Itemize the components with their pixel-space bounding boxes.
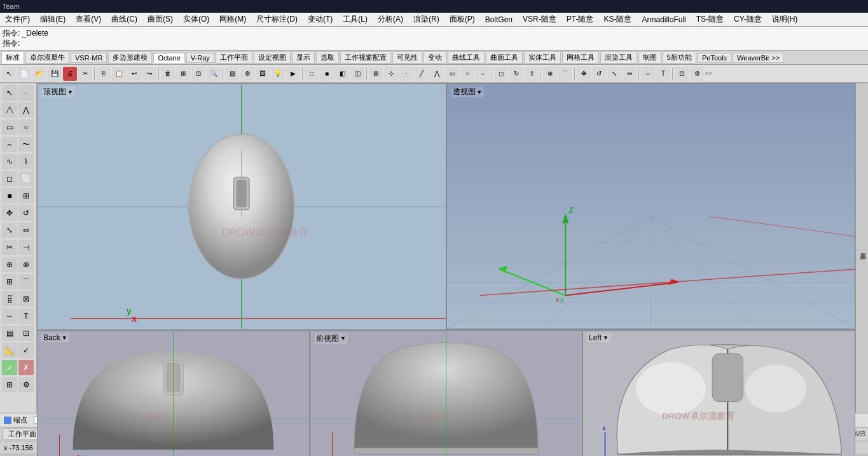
tab-display[interactable]: 显示	[292, 52, 315, 64]
tb-icon-revolve[interactable]: ↻	[509, 67, 523, 81]
tb-icon-new[interactable]: 📄	[17, 67, 31, 81]
viewport-back-label[interactable]: Back ▼	[41, 333, 69, 342]
tb-icon-point[interactable]: ·	[399, 67, 413, 81]
tb-icon-paste[interactable]: 📋	[112, 67, 126, 81]
tab-render-tools[interactable]: 渲染工具	[600, 52, 637, 64]
lt-settings[interactable]: ⚙	[18, 377, 34, 392]
lt-extend[interactable]: ⊣	[18, 240, 34, 255]
rp-layer[interactable]: 图层	[855, 246, 857, 250]
tab-workplane[interactable]: 工作平面	[3, 428, 42, 440]
lt-solid[interactable]: ■	[2, 188, 17, 204]
toolbar-more[interactable]: >>	[705, 70, 712, 77]
tb-icon-properties[interactable]: ⚙	[240, 67, 254, 81]
lt-block[interactable]: ⊡	[18, 326, 34, 341]
viewport-top-label[interactable]: 顶视图 ▼	[41, 86, 75, 97]
tb-icon-arc[interactable]: ⌢	[476, 67, 490, 81]
tab-viewport-config[interactable]: 工作视窗配置	[340, 52, 391, 64]
tb-icon-redo[interactable]: ↪	[142, 67, 156, 81]
tab-new-features[interactable]: 5新功能	[663, 52, 696, 64]
tb-icon-grid[interactable]: ⊞	[369, 67, 383, 81]
tab-select[interactable]: 选取	[316, 52, 339, 64]
tb-icon-print[interactable]: 🖨	[63, 67, 77, 81]
tab-setview[interactable]: 设定视图	[254, 52, 291, 64]
lt-hatch[interactable]: ▤	[2, 326, 17, 341]
tb-icon-line[interactable]: ╱	[415, 67, 429, 81]
lt-circle[interactable]: ○	[18, 120, 34, 135]
tab-workplane[interactable]: 工作平面	[216, 52, 252, 64]
lt-spline[interactable]: ⌇	[18, 154, 34, 169]
tb-icon-render-view[interactable]: 🖼	[256, 67, 270, 81]
tb-icon-dim[interactable]: ↔	[641, 67, 655, 81]
menu-item-transform[interactable]: 变动(T)	[305, 13, 335, 25]
lt-ok[interactable]: ✓	[2, 360, 17, 375]
lt-select[interactable]: ↖	[2, 85, 17, 100]
lt-line[interactable]: ╱╲	[2, 102, 17, 118]
menu-item-armadillo[interactable]: ArmadilloFull	[639, 15, 688, 25]
lt-surface[interactable]: ◻	[2, 171, 17, 186]
tb-icon-zoom[interactable]: 🔍	[207, 67, 221, 81]
command-input[interactable]	[20, 39, 210, 48]
tb-icon-move[interactable]: ✥	[577, 67, 591, 81]
snap-endpoint[interactable]: 端点	[4, 415, 27, 425]
menu-item-solid[interactable]: 实体(O)	[181, 13, 212, 25]
lt-analyze[interactable]: 📐	[2, 343, 17, 358]
tab-solid-tools[interactable]: 实体工具	[524, 52, 561, 64]
menu-item-file[interactable]: 文件(F)	[3, 13, 32, 25]
tab-vsr-mr[interactable]: VSR-MR	[71, 53, 107, 63]
lt-cancel[interactable]: ✗	[18, 360, 34, 375]
tb-icon-wire[interactable]: □	[305, 67, 319, 81]
tb-icon-text[interactable]: T	[656, 67, 670, 81]
menu-item-curve[interactable]: 曲线(C)	[109, 13, 140, 25]
tab-visibility[interactable]: 可见性	[392, 52, 422, 64]
tb-icon-zoom-ext[interactable]: ⊡	[191, 67, 205, 81]
tab-polygon[interactable]: 多边形建模	[108, 52, 152, 64]
tb-icon-extrude[interactable]: ⇧	[525, 67, 539, 81]
menu-item-dimension[interactable]: 尺寸标注(D)	[254, 13, 300, 25]
menu-item-render[interactable]: 渲染(R)	[411, 13, 442, 25]
viewport-front-label[interactable]: 前视图 ▼	[314, 333, 348, 344]
lt-join[interactable]: ⊕	[2, 257, 17, 272]
menu-item-view[interactable]: 查看(V)	[73, 13, 104, 25]
tb-icon-save[interactable]: 💾	[48, 67, 62, 81]
tb-icon-arrow[interactable]: ↖	[2, 67, 16, 81]
viewport-back[interactable]: Back ▼	[37, 330, 310, 456]
lt-boolean[interactable]: ⊞	[2, 274, 17, 289]
tab-petools[interactable]: PeTools	[698, 53, 731, 63]
tb-icon-select-all[interactable]: ⊞	[176, 67, 190, 81]
tab-mesh-tools[interactable]: 网格工具	[562, 52, 599, 64]
menu-item-analysis[interactable]: 分析(A)	[375, 13, 406, 25]
menu-item-ts[interactable]: TS-随意	[694, 13, 726, 25]
lt-more[interactable]: ⊞	[2, 377, 17, 392]
tab-standard[interactable]: 标准	[1, 52, 24, 64]
lt-rect[interactable]: ▭	[2, 120, 17, 135]
menu-item-vsr[interactable]: VSR-随意	[520, 13, 559, 25]
viewport-perspective-label[interactable]: 透视图 ▼	[451, 86, 485, 97]
tb-icon-polyline[interactable]: ⋀	[430, 67, 444, 81]
menu-item-panel[interactable]: 面板(P)	[447, 13, 478, 25]
lt-move[interactable]: ✥	[2, 205, 17, 221]
lt-explode[interactable]: ⊗	[18, 257, 34, 272]
tb-icon-rotate[interactable]: ↺	[592, 67, 606, 81]
viewport-top[interactable]: 顶视图 ▼	[37, 83, 446, 330]
viewport-left[interactable]: Left ▼	[582, 330, 855, 456]
tab-zhuermore[interactable]: 卓尔漠犀牛	[25, 52, 69, 64]
tb-icon-layer[interactable]: ▤	[225, 67, 239, 81]
menu-item-tools[interactable]: 工具(L)	[340, 13, 370, 25]
menu-item-help[interactable]: 说明(H)	[769, 13, 801, 25]
lt-text[interactable]: T	[18, 308, 34, 324]
viewport-front[interactable]: 前视图 ▼	[310, 330, 582, 456]
tab-octane[interactable]: Octane	[153, 53, 184, 63]
lt-freeform[interactable]: ∿	[2, 154, 17, 169]
tab-weaverbird[interactable]: WeaverBir >>	[733, 53, 784, 63]
tb-icon-boolean[interactable]: ⊕	[543, 67, 557, 81]
tb-icon-light[interactable]: 💡	[271, 67, 285, 81]
tab-surface-tools[interactable]: 曲面工具	[486, 52, 523, 64]
tb-icon-xray[interactable]: ◫	[350, 67, 364, 81]
tb-icon-snap[interactable]: ⊹	[384, 67, 398, 81]
lt-scale[interactable]: ⤡	[2, 223, 17, 238]
lt-array[interactable]: ⣿	[2, 291, 17, 307]
lt-trim[interactable]: ✂	[2, 240, 17, 255]
tb-icon-fillet[interactable]: ⌒	[558, 67, 572, 81]
menu-item-ks[interactable]: KS-随意	[601, 13, 634, 25]
tb-icon-settings[interactable]: ⚙	[690, 67, 704, 81]
